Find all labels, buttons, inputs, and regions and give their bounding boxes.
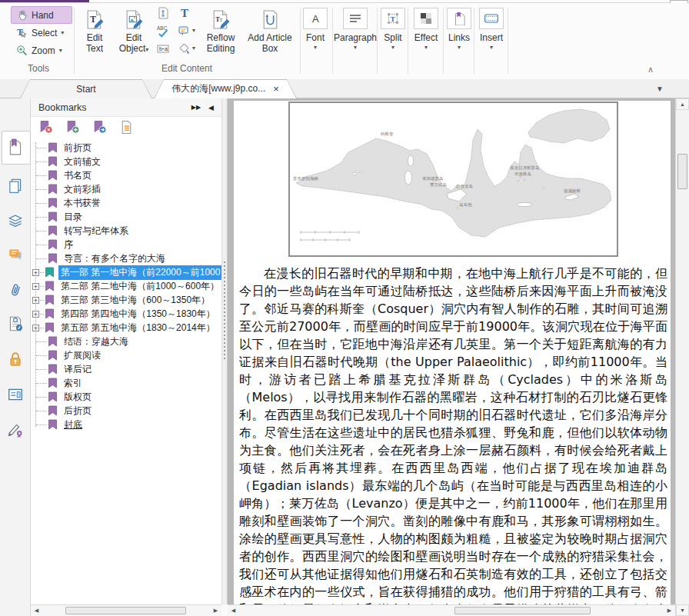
edit-text-label: Edit Text — [83, 32, 106, 54]
convert-case-button[interactable]: ba — [156, 42, 170, 55]
panel-splitter[interactable] — [221, 98, 228, 604]
font-dropdown-icon[interactable]: ▾ — [314, 45, 317, 51]
zoom-icon — [16, 45, 28, 56]
expand-icon[interactable]: + — [32, 269, 39, 276]
spell-check-icon: ABC — [156, 24, 170, 38]
edit-text-button[interactable]: T Edit Text — [77, 6, 112, 63]
bookmark-item[interactable]: 后折页 — [31, 404, 221, 418]
expand-icon[interactable]: + — [32, 325, 39, 331]
set-destination-button[interactable] — [92, 120, 107, 137]
document-paragraph: 在漫长的旧石器时代的早期和中期，在地中海上航行几乎是不可能的，但今日的一些岛屿在… — [239, 265, 667, 604]
layers-panel-button[interactable] — [7, 212, 24, 229]
bookmark-item[interactable]: 本书获誉 — [31, 196, 221, 210]
vertical-scrollbar-thumb[interactable] — [677, 154, 687, 189]
reflow-editing-button[interactable]: TT Reflow Editing — [199, 6, 242, 63]
effect-dropdown-icon[interactable]: ▾ — [424, 45, 428, 51]
hand-tool-button[interactable]: Hand — [11, 6, 72, 24]
edit-object-button[interactable]: Edit Object▾ — [113, 6, 155, 63]
tab-document[interactable]: 伟大的海[www.j9p.co... × — [154, 79, 297, 98]
scroll-right-button[interactable]: ▶ — [664, 605, 675, 616]
svg-text:直布罗陀海峡: 直布罗陀海峡 — [293, 176, 319, 181]
panel-expand-icon[interactable]: ▶▶ — [191, 104, 201, 111]
select-dropdown-icon[interactable]: ▾ — [61, 30, 64, 36]
text-tool-icon: T — [178, 6, 191, 20]
bookmark-item[interactable]: 扩展阅读 — [31, 348, 221, 362]
add-bookmark-button[interactable] — [65, 120, 80, 137]
bookmarks-horizontal-scrollbar[interactable]: ◀ ▶ — [31, 604, 221, 616]
fields-panel-button[interactable] — [7, 386, 24, 403]
callout-button[interactable]: ▾ — [178, 24, 195, 38]
tab-list-dropdown-icon[interactable]: ▼ — [656, 85, 664, 93]
tab-start[interactable]: Start — [20, 79, 152, 98]
horizontal-scrollbar-thumb[interactable] — [454, 607, 591, 614]
pages-panel-button[interactable] — [7, 177, 24, 194]
zoom-tool-button[interactable]: Zoom ▾ — [11, 42, 77, 59]
tab-document-label: 伟大的海[www.j9p.co... — [171, 82, 265, 95]
tab-close-icon[interactable]: × — [273, 83, 279, 95]
document-horizontal-scrollbar[interactable]: ◀ ▶ — [228, 604, 675, 616]
bookmark-icon — [48, 336, 58, 347]
expand-icon[interactable]: + — [32, 297, 39, 304]
links-label: Links — [448, 32, 470, 43]
bookmark-item[interactable]: 书名页 — [31, 168, 221, 182]
destinations-panel-button[interactable] — [7, 315, 24, 332]
split-button[interactable]: T Split ▾ — [378, 6, 408, 63]
bookmark-item[interactable]: 结语：穿越大海 — [31, 335, 221, 348]
links-dropdown-icon[interactable]: ▾ — [458, 45, 461, 51]
line-spacing-button[interactable] — [156, 6, 170, 20]
bookmark-item[interactable]: 序 — [31, 238, 221, 251]
delete-bookmark-button[interactable] — [38, 120, 53, 137]
add-article-box-button[interactable]: Add Article Box — [243, 6, 297, 63]
bookmark-item[interactable]: +第五部 第五地中海（1830～2014年） — [31, 321, 221, 335]
bookmark-item[interactable]: +第四部 第四地中海（1350～1830年） — [31, 307, 221, 321]
zoom-dropdown-icon[interactable]: ▾ — [59, 48, 62, 54]
bookmark-item[interactable]: 转写与纪年体系 — [31, 224, 221, 238]
shape-dropdown-icon[interactable]: ▾ — [192, 45, 195, 52]
comments-panel-button[interactable] — [7, 246, 24, 263]
effect-button[interactable]: Effect ▾ — [409, 6, 443, 63]
bookmark-item[interactable]: +第三部 第三地中海（600～1350年） — [31, 293, 221, 307]
group-separator — [74, 8, 75, 74]
scroll-left-button[interactable]: ◀ — [31, 605, 42, 616]
bookmark-item[interactable]: 文前辅文 — [31, 155, 221, 168]
insert-dropdown-icon[interactable]: ▾ — [490, 45, 493, 51]
panel-collapse-icon[interactable]: ◀ — [208, 104, 214, 112]
scroll-right-button[interactable]: ▶ — [210, 605, 221, 616]
bookmark-item[interactable]: 文前彩插 — [31, 182, 221, 196]
links-button[interactable]: Links ▾ — [444, 6, 474, 63]
bookmark-item[interactable]: 索引 — [31, 376, 221, 390]
attachments-panel-button[interactable] — [7, 281, 24, 298]
add-text-button[interactable]: T — [178, 6, 191, 20]
document-vertical-scrollbar[interactable]: ▲ ▼ — [675, 98, 689, 616]
bookmark-item[interactable]: 导言：有多个名字的大海 — [31, 251, 221, 265]
select-tool-button[interactable]: T Select ▾ — [11, 24, 77, 42]
scroll-up-button[interactable]: ▲ — [676, 98, 689, 110]
bookmark-item[interactable]: 目录 — [31, 210, 221, 224]
split-dropdown-icon[interactable]: ▾ — [391, 45, 394, 51]
collapse-ribbon-icon[interactable]: ∧ — [647, 65, 654, 75]
expand-icon[interactable]: + — [32, 283, 39, 290]
paragraph-button[interactable]: Paragraph ▾ — [334, 6, 377, 63]
horizontal-scrollbar-thumb[interactable] — [65, 607, 186, 614]
bookmark-item[interactable]: +第二部 第二地中海（前1000～600年） — [31, 279, 221, 293]
document-view[interactable]: 科斯奎直布罗陀海峡埃加迪群岛莱万佐岛西西里岛马耳他基克拉泽斯群岛米洛斯岛塞浦路斯… — [228, 98, 675, 604]
scroll-left-button[interactable]: ◀ — [228, 605, 239, 616]
bookmark-label: 版权页 — [62, 390, 94, 405]
paragraph-dropdown-icon[interactable]: ▾ — [354, 45, 357, 51]
insert-button[interactable]: Insert ▾ — [475, 6, 508, 63]
bookmarks-panel-button[interactable] — [7, 138, 24, 155]
scroll-down-button[interactable]: ▼ — [676, 604, 689, 616]
expand-bookmarks-button[interactable] — [119, 120, 134, 137]
spell-check-button[interactable]: ABC — [156, 24, 170, 38]
callout-dropdown-icon[interactable]: ▾ — [192, 28, 195, 34]
bookmark-item[interactable]: 封底 — [31, 418, 221, 431]
bookmark-item[interactable]: 译后记 — [31, 362, 221, 376]
security-panel-button[interactable] — [7, 351, 24, 368]
shape-button[interactable]: ▾ — [178, 42, 195, 55]
signatures-panel-button[interactable] — [7, 421, 24, 438]
bookmark-item[interactable]: 版权页 — [31, 390, 221, 404]
expand-icon[interactable]: + — [32, 311, 39, 318]
bookmark-item[interactable]: +第一部 第一地中海（前22000～前1000 — [31, 265, 221, 279]
bookmark-item[interactable]: 前折页 — [31, 141, 221, 155]
font-button[interactable]: A Font ▾ — [298, 6, 332, 63]
